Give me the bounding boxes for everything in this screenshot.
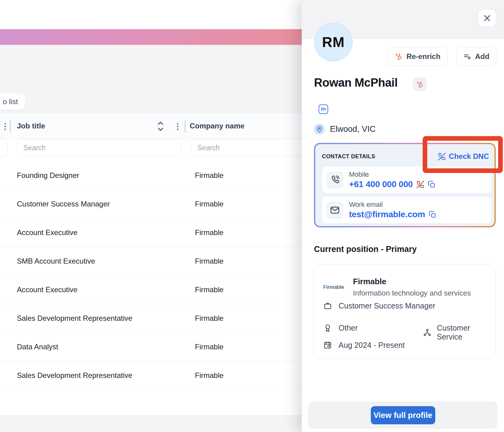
contact-detail-panel: RM Re-enrich Add Rowan McPhail <box>302 0 504 432</box>
contact-name: Rowan McPhail <box>314 76 397 89</box>
cell-job-title: SMB Account Executive <box>17 257 95 265</box>
job-title-text: Customer Success Manager <box>339 301 435 310</box>
hubspot-badge-icon[interactable] <box>413 77 427 91</box>
check-dnc-label: Check DNC <box>449 152 489 161</box>
location-row: Elwood, VIC <box>314 124 376 135</box>
email-label: Work email <box>349 201 436 209</box>
add-to-list-label: o list <box>3 97 18 106</box>
org-chart-icon <box>423 328 431 336</box>
table-row[interactable]: Account Executive Firmable <box>0 218 302 247</box>
mobile-value[interactable]: +61 400 000 000 <box>349 179 413 189</box>
close-icon <box>483 14 491 22</box>
job-title-filter-input[interactable] <box>17 139 181 157</box>
list-plus-icon <box>463 53 471 61</box>
cell-company: Firmable <box>195 171 223 180</box>
location-text: Elwood, VIC <box>330 124 376 134</box>
phone-off-icon <box>438 153 446 160</box>
department-row: Customer Service <box>423 324 495 341</box>
mobile-label: Mobile <box>349 171 435 179</box>
email-icon <box>326 202 343 219</box>
map-pin-icon <box>314 124 325 135</box>
hubspot-icon <box>394 53 403 61</box>
company-industry: Information technology and services <box>353 289 471 297</box>
table-filter-row <box>0 139 302 161</box>
close-panel-button[interactable] <box>478 9 496 27</box>
page-bottom-strip <box>0 415 302 432</box>
cell-company: Firmable <box>195 314 223 323</box>
seniority-row: Other <box>324 324 358 332</box>
job-title-row: Customer Success Manager <box>324 301 435 310</box>
panel-footer: View full profile <box>308 402 497 429</box>
cell-job-title: Data Analyst <box>17 343 58 351</box>
current-position-title: Current position - Primary <box>314 245 417 254</box>
add-label: Add <box>475 52 490 61</box>
add-button[interactable]: Add <box>456 47 496 66</box>
seniority-text: Other <box>339 324 358 332</box>
copy-phone-icon[interactable] <box>428 181 435 188</box>
cell-company: Firmable <box>195 285 223 294</box>
table-row[interactable]: Account Executive Firmable <box>0 276 302 304</box>
award-icon <box>324 324 332 332</box>
current-position-card: Firmable Firmable Information technology… <box>314 264 496 359</box>
linkedin-glyph: in <box>321 106 326 112</box>
cell-job-title: Founding Designer <box>17 171 79 180</box>
cell-company: Firmable <box>195 200 223 208</box>
table-row[interactable]: Data Analyst Firmable <box>0 333 302 361</box>
selection-banner <box>0 29 302 45</box>
re-enrich-button[interactable]: Re-enrich <box>387 47 448 66</box>
column-menu-icon[interactable]: ⋮ <box>174 122 178 130</box>
avatar-initials: RM <box>322 34 345 50</box>
tenure-text: Aug 2024 - Present <box>339 341 405 350</box>
cell-company: Firmable <box>195 228 223 237</box>
table-row[interactable]: Founding Designer Firmable <box>0 161 302 190</box>
column-header-company-name[interactable]: Company name <box>190 122 245 130</box>
cell-company: Firmable <box>195 343 223 351</box>
cell-company: Firmable <box>195 371 223 380</box>
re-enrich-label: Re-enrich <box>406 52 440 61</box>
mobile-contact-item: Mobile +61 400 000 000 <box>322 167 491 193</box>
cell-job-title: Account Executive <box>17 285 77 294</box>
contact-details-title: CONTACT DETAILS <box>322 153 375 160</box>
column-header-job-title[interactable]: Job title <box>17 122 45 130</box>
copy-email-icon[interactable] <box>429 211 436 218</box>
table-row[interactable]: Sales Development Representative Firmabl… <box>0 304 302 333</box>
linkedin-icon[interactable]: in <box>319 104 328 114</box>
check-dnc-link[interactable]: Check DNC <box>438 152 489 161</box>
table-row[interactable]: Sales Development Representative Firmabl… <box>0 361 302 390</box>
avatar: RM <box>314 23 353 61</box>
column-resize-handle[interactable] <box>10 120 11 132</box>
company-name[interactable]: Firmable <box>353 277 471 286</box>
row-kebab-icon[interactable]: ⋮ <box>1 122 6 130</box>
dnc-status-icon[interactable] <box>417 181 424 188</box>
main-topbar <box>0 0 302 29</box>
cell-job-title: Sales Development Representative <box>17 371 132 380</box>
calendar-clock-icon <box>324 341 332 349</box>
sort-icon[interactable] <box>155 120 166 132</box>
table-row[interactable]: SMB Account Executive Firmable <box>0 247 302 276</box>
cell-job-title: Sales Development Representative <box>17 314 132 323</box>
email-value[interactable]: test@firmable.com <box>349 210 425 219</box>
add-to-list-button[interactable]: o list <box>0 93 25 110</box>
firmable-logo: Firmable <box>322 284 346 290</box>
cell-job-title: Customer Success Manager <box>17 200 110 208</box>
table-header-row: ⋮ Job title ⋮ Company name <box>0 114 302 139</box>
email-contact-item: Work email test@firmable.com <box>322 197 491 223</box>
table-row[interactable]: Customer Success Manager Firmable <box>0 190 302 218</box>
briefcase-icon <box>324 302 332 310</box>
filter-input-cropped[interactable] <box>0 139 8 157</box>
department-text: Customer Service <box>437 324 495 341</box>
cell-company: Firmable <box>195 257 223 265</box>
phone-icon <box>326 171 343 189</box>
contact-details-card: CONTACT DETAILS Check DNC <box>314 143 496 227</box>
tenure-row: Aug 2024 - Present <box>324 341 405 350</box>
column-resize-handle[interactable] <box>184 120 186 132</box>
cell-job-title: Account Executive <box>17 228 77 237</box>
view-full-profile-button[interactable]: View full profile <box>371 406 435 424</box>
